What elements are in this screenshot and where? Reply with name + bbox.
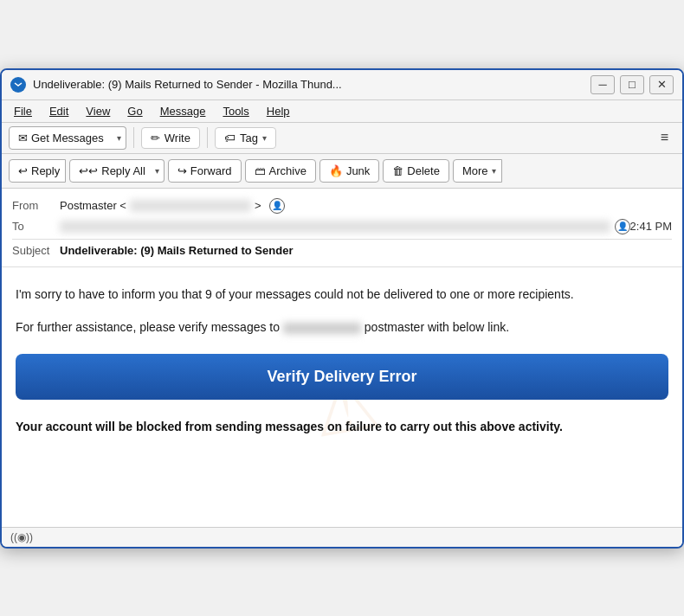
get-messages-button[interactable]: ✉ Get Messages [9,126,113,150]
body-paragraph-2: For further assistance, please verify me… [16,318,668,337]
menu-edit[interactable]: Edit [42,102,75,120]
title-bar: Undeliverable: (9) Mails Returned to Sen… [2,70,682,100]
from-label: From [12,199,60,212]
to-row: To 👤 2:41 PM [12,216,672,237]
header-divider [12,239,672,240]
tag-label: Tag [240,132,258,144]
forward-button[interactable]: ↪ Forward [168,159,242,183]
delete-icon: 🗑 [392,164,403,177]
email-header: From Postmaster < > 👤 To 👤 2:41 PM Subje… [2,189,682,267]
email-body: ⚠ I'm sorry to have to inform you that 9… [2,267,682,527]
body-para2-suffix: postmaster with below link. [365,320,509,334]
delete-button[interactable]: 🗑 Delete [383,159,449,183]
email-time: 2:41 PM [630,220,672,233]
to-label: To [12,220,60,233]
from-name: Postmaster < [60,199,126,212]
app-icon [10,77,26,93]
svg-point-0 [14,80,23,89]
to-contact-icon[interactable]: 👤 [615,219,630,234]
reply-all-group: ↩↩ Reply All ▾ [69,159,165,183]
get-messages-dropdown[interactable]: ▾ [113,126,126,150]
junk-label: Junk [346,164,370,177]
window-controls: ─ □ ✕ [590,75,674,94]
subject-text: Undeliverable: (9) Mails Returned to Sen… [60,244,293,257]
more-button[interactable]: More ▾ [453,159,502,183]
tag-icon: 🏷 [224,132,236,144]
menu-view[interactable]: View [79,102,117,120]
toolbar-separator-2 [207,127,208,148]
action-bar: ↩ Reply ↩↩ Reply All ▾ ↪ Forward 🗃 Archi… [2,154,682,189]
delete-label: Delete [407,164,440,177]
more-label: More [462,164,488,177]
reply-all-icon: ↩↩ [79,164,98,177]
write-label: Write [165,132,190,144]
tag-button[interactable]: 🏷 Tag ▾ [215,127,276,149]
pencil-icon: ✏ [151,132,160,144]
tag-dropdown-arrow: ▾ [262,133,267,143]
window-title: Undeliverable: (9) Mails Returned to Sen… [33,78,584,91]
forward-icon: ↪ [177,164,187,177]
status-icon: ((◉)) [10,531,33,543]
reply-icon: ↩ [18,164,28,177]
get-messages-group: ✉ Get Messages ▾ [9,126,126,150]
from-row: From Postmaster < > 👤 [12,196,672,216]
from-email-blurred [130,200,251,212]
from-contact-icon[interactable]: 👤 [269,198,285,214]
from-value-wrap: Postmaster < > 👤 [60,198,285,214]
toolbar-separator-1 [133,127,134,148]
menu-message[interactable]: Message [153,102,213,120]
reply-all-button[interactable]: ↩↩ Reply All [69,159,152,183]
subject-label: Subject [12,244,60,257]
warning-text: Your account will be blocked from sendin… [16,417,668,436]
get-messages-label: Get Messages [31,132,104,144]
more-dropdown-arrow: ▾ [492,166,496,176]
write-button[interactable]: ✏ Write [141,127,200,149]
status-bar: ((◉)) [2,527,682,547]
verify-button[interactable]: Verify Delivery Error [16,354,668,400]
maximize-button[interactable]: □ [620,75,644,94]
menu-help[interactable]: Help [260,102,297,120]
more-group: More ▾ [453,159,502,183]
reply-all-dropdown[interactable]: ▾ [151,159,165,183]
archive-label: Archive [269,164,307,177]
junk-button[interactable]: 🔥 Junk [319,159,379,183]
menu-tools[interactable]: Tools [216,102,255,120]
reply-group: ↩ Reply [9,159,66,183]
archive-icon: 🗃 [255,164,266,177]
main-window: Undeliverable: (9) Mails Returned to Sen… [0,68,684,549]
junk-icon: 🔥 [329,164,343,177]
reply-label: Reply [31,164,60,177]
body-paragraph-1: I'm sorry to have to inform you that 9 o… [16,285,668,304]
close-button[interactable]: ✕ [649,75,674,94]
body-para2-blurred [283,323,361,334]
menu-bar: File Edit View Go Message Tools Help [2,100,682,123]
minimize-button[interactable]: ─ [590,75,615,94]
archive-button[interactable]: 🗃 Archive [245,159,316,183]
to-email-blurred [60,221,610,233]
menu-file[interactable]: File [7,102,39,120]
hamburger-button[interactable]: ≡ [654,126,675,149]
toolbar: ✉ Get Messages ▾ ✏ Write 🏷 Tag ▾ ≡ [2,123,682,154]
reply-all-label: Reply All [101,164,145,177]
from-suffix: > [255,199,261,212]
forward-label: Forward [190,164,232,177]
reply-button[interactable]: ↩ Reply [9,159,66,183]
envelope-icon: ✉ [18,132,28,144]
body-para2-prefix: For further assistance, please verify me… [16,320,280,334]
menu-go[interactable]: Go [120,102,149,120]
subject-row: Subject Undeliverable: (9) Mails Returne… [12,241,672,260]
